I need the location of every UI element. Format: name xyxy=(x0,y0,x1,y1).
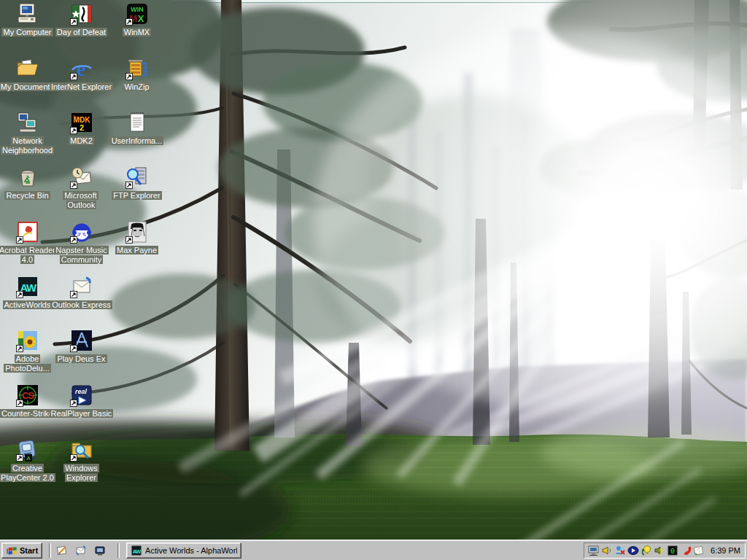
desktop-icon-day-of-defeat[interactable]: Day of Defeat xyxy=(55,2,108,37)
shortcut-arrow-icon xyxy=(125,18,133,26)
quick-launch-bar xyxy=(55,543,107,558)
windows-explorer-icon xyxy=(70,438,93,462)
taskbar-separator[interactable] xyxy=(117,543,120,558)
desktop-icon-play-deus-ex[interactable]: Play Deus Ex xyxy=(55,329,108,364)
desktop-icon-user-information[interactable]: UserInforma... xyxy=(110,111,163,146)
desktop-icon-outlook-express[interactable]: Outlook Express xyxy=(55,275,108,310)
task-button-active-worlds[interactable]: AWActive Worlds - AlphaWorl... xyxy=(126,542,241,559)
desktop-icon-network-neighborhood[interactable]: Network Neighborhood xyxy=(1,111,54,155)
shortcut-arrow-icon xyxy=(70,454,77,462)
desktop-icon-max-payne[interactable]: Max Payne xyxy=(110,220,163,255)
my-computer-icon xyxy=(16,2,39,26)
taskbar: Start AWActive Worlds - AlphaWorl... 0 6… xyxy=(0,540,747,560)
quick-launch-mail-icon[interactable] xyxy=(74,543,88,558)
windows-desktop-screen: My ComputerDay of DefeatWINMXWinMXMy Doc… xyxy=(0,0,747,560)
desktop-icon-label: UserInforma... xyxy=(104,136,169,146)
tray-notes-icon[interactable] xyxy=(693,545,705,556)
svg-text:X: X xyxy=(137,13,144,24)
shortcut-arrow-icon xyxy=(125,236,133,244)
mdk2-icon: MDK2 xyxy=(70,111,93,134)
shortcut-arrow-icon xyxy=(70,345,77,352)
desktop-icon-creative-playcenter[interactable]: ACreative PlayCenter 2.0 xyxy=(1,438,54,483)
desktop-icon-winzip[interactable]: WinZip xyxy=(110,57,163,92)
desktop-icon-adobe-photodeluxe[interactable]: Adobe PhotoDelu... xyxy=(1,329,54,373)
shortcut-arrow-icon xyxy=(70,400,77,407)
start-button[interactable]: Start xyxy=(1,542,42,559)
acrobat-reader-icon xyxy=(16,220,39,244)
desktop-icon-windows-explorer[interactable]: Windows Explorer xyxy=(55,438,108,483)
quick-launch-show-desktop-icon[interactable] xyxy=(93,543,107,558)
desktop-icon-my-computer[interactable]: My Computer xyxy=(1,2,54,37)
tray-volume-icon[interactable] xyxy=(601,545,613,556)
desktop-icon-label: FTP Explorer xyxy=(104,191,169,201)
start-button-label: Start xyxy=(20,546,38,555)
desktop-icon-my-documents[interactable]: My Documents xyxy=(1,57,54,92)
tray-network-icon[interactable] xyxy=(588,545,600,556)
microsoft-outlook-icon xyxy=(70,166,93,189)
svg-text:CS: CS xyxy=(21,390,34,401)
activeworlds-icon: AW xyxy=(16,275,39,298)
desktop-icon-label: Play Deus Ex xyxy=(49,354,114,364)
counter-strike-icon: CS xyxy=(16,384,39,407)
day-of-defeat-icon xyxy=(70,2,93,26)
tray-quicktime-icon[interactable] xyxy=(627,545,639,556)
desktop-icons-grid: My ComputerDay of DefeatWINMXWinMXMy Doc… xyxy=(0,0,747,540)
shortcut-arrow-icon xyxy=(70,182,77,189)
svg-text:e: e xyxy=(76,58,85,80)
desktop-icon-label: Outlook Express xyxy=(49,300,114,310)
user-information-icon xyxy=(125,111,149,134)
quick-launch-notes-icon[interactable] xyxy=(55,543,69,558)
creative-playcenter-icon: A xyxy=(16,438,39,462)
play-deus-ex-icon xyxy=(70,329,93,352)
tray-counter-icon[interactable]: 0 xyxy=(667,545,678,556)
overlay-badge-icon: A xyxy=(25,454,32,462)
desktop-icon-ftp-explorer[interactable]: FTP Explorer xyxy=(110,166,163,201)
tray-messenger-offline-icon[interactable] xyxy=(614,545,626,556)
aw-icon: AW xyxy=(131,545,142,556)
desktop-icon-recycle-bin[interactable]: Recycle Bin xyxy=(1,166,54,201)
realplayer-basic-icon: real xyxy=(70,384,93,407)
desktop-icon-napster-music-community[interactable]: Napster Music Community xyxy=(55,220,108,265)
shortcut-arrow-icon xyxy=(125,182,133,189)
svg-text:2: 2 xyxy=(79,123,83,132)
svg-text:0: 0 xyxy=(670,548,675,556)
shortcut-arrow-icon xyxy=(16,291,23,298)
svg-text:real: real xyxy=(74,388,87,395)
network-neighborhood-icon xyxy=(16,111,39,134)
tray-icons: 0 xyxy=(587,545,705,556)
winmx-icon: WINMX xyxy=(125,2,149,26)
taskbar-separator[interactable] xyxy=(49,543,51,558)
shortcut-arrow-icon xyxy=(16,345,23,352)
napster-music-community-icon xyxy=(70,220,93,244)
svg-text:AW: AW xyxy=(133,548,142,554)
svg-text:A: A xyxy=(26,455,31,462)
task-button-label: Active Worlds - AlphaWorl... xyxy=(145,546,237,555)
clock[interactable]: 6:39 PM xyxy=(711,546,740,555)
shortcut-arrow-icon xyxy=(16,400,23,407)
desktop-icon-activeworlds[interactable]: AWActiveWorlds xyxy=(1,275,54,310)
internet-explorer-icon: e xyxy=(70,57,93,80)
desktop-icon-internet-explorer[interactable]: eInterNet Explorer xyxy=(55,57,108,92)
ftp-explorer-icon xyxy=(125,166,149,189)
windows-logo-icon xyxy=(6,545,18,556)
desktop-icon-acrobat-reader[interactable]: Acrobat Reader 4.0 xyxy=(1,220,54,265)
shortcut-arrow-icon xyxy=(70,236,77,244)
desktop-icon-winmx[interactable]: WINMXWinMX xyxy=(110,2,163,37)
desktop-icon-mdk2[interactable]: MDK2MDK2 xyxy=(55,111,108,146)
shortcut-arrow-icon xyxy=(70,291,77,298)
tray-lightbulb-icon[interactable] xyxy=(640,545,652,556)
my-documents-icon xyxy=(16,57,39,80)
shortcut-arrow-icon xyxy=(16,454,23,462)
winzip-icon xyxy=(125,57,149,80)
desktop-icon-counter-strike[interactable]: CSCounter-Strike xyxy=(1,384,54,419)
tray-download-icon[interactable] xyxy=(680,545,692,556)
task-buttons-area: AWActive Worlds - AlphaWorl... xyxy=(123,542,241,559)
tray-soundblaster-icon[interactable] xyxy=(654,545,665,556)
desktop-icon-microsoft-outlook[interactable]: Microsoft Outlook xyxy=(55,166,108,210)
desktop-icon-realplayer-basic[interactable]: realRealPlayer Basic xyxy=(55,384,108,419)
max-payne-icon xyxy=(125,220,149,244)
desktop-area: My ComputerDay of DefeatWINMXWinMXMy Doc… xyxy=(0,0,747,540)
desktop-icon-label: Max Payne xyxy=(104,246,169,255)
desktop-icon-label: WinMX xyxy=(104,28,169,37)
svg-text:WIN: WIN xyxy=(131,6,144,13)
